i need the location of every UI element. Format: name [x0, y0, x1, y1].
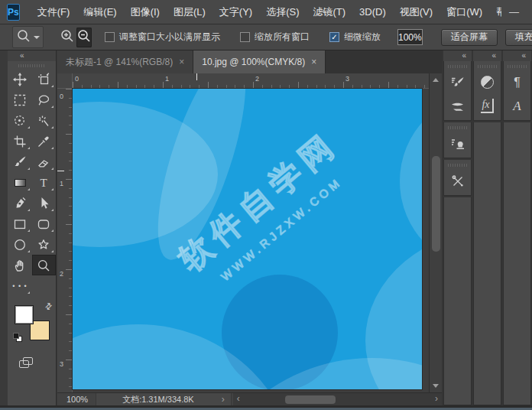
toolbar-collapse-button[interactable]: « [8, 50, 56, 61]
pen-tool[interactable] [8, 193, 32, 213]
panel-grip[interactable] [448, 63, 467, 69]
quick-selection-tool[interactable] [8, 110, 32, 131]
adjustments-panel-icon[interactable] [474, 70, 501, 94]
cursor-position-marker [57, 171, 64, 171]
foreground-color-swatch[interactable] [15, 305, 34, 324]
vertical-scrollbar-thumb[interactable] [432, 156, 440, 252]
maximize-button[interactable] [527, 1, 532, 24]
horizontal-scrollbar-thumb[interactable] [285, 395, 336, 404]
fit-screen-button[interactable]: 适合屏幕 [441, 29, 498, 46]
scroll-right-icon[interactable]: › [435, 393, 438, 405]
screen-mode-button[interactable] [19, 357, 34, 371]
collapse-panels-button[interactable]: « [443, 50, 472, 61]
minimize-button[interactable]: — [501, 1, 527, 24]
menu-filter[interactable]: 滤镜(T) [307, 0, 353, 24]
tool-presets-panel-icon[interactable] [444, 169, 471, 193]
brush-presets-panel-icon[interactable] [444, 94, 471, 118]
character-icon: A [513, 99, 521, 114]
menu-layer[interactable]: 图层(L) [167, 0, 212, 24]
direct-selection-tool[interactable] [32, 193, 56, 213]
panel-grip[interactable] [448, 162, 467, 168]
toolbar-grip[interactable] [18, 63, 46, 68]
checkbox-icon[interactable] [240, 32, 250, 42]
magic-wand-tool[interactable] [32, 110, 56, 131]
horizontal-scrollbar[interactable]: ‹ › [233, 393, 442, 405]
move-tool[interactable] [8, 69, 32, 89]
collapse-icon: « [491, 51, 497, 60]
zoom-level-input[interactable]: 100% [397, 29, 423, 45]
eraser-tool[interactable] [32, 151, 56, 172]
canvas[interactable]: 软件自学网 WWW.RJZXW.COM [73, 89, 422, 389]
zoom-out-button[interactable] [76, 28, 92, 47]
scroll-down-icon[interactable] [433, 384, 439, 388]
clone-source-panel-icon[interactable] [444, 132, 471, 155]
hand-tool[interactable] [8, 255, 32, 275]
collapse-icon: « [20, 51, 25, 60]
window-bottom-edge [0, 405, 532, 410]
gradient-tool[interactable] [8, 172, 32, 193]
options-bar: 调整窗口大小以满屏显示 缩放所有窗口 ✓ 细微缩放 100% 适合屏幕 填充屏幕 [0, 24, 532, 50]
panel-grip[interactable] [448, 125, 467, 130]
rounded-rectangle-tool[interactable] [32, 213, 56, 234]
tab-untitled-1[interactable]: 未标题-1 @ 141%(RGB/8) × [57, 50, 193, 73]
close-tab-icon[interactable]: × [311, 57, 316, 67]
menu-view[interactable]: 视图(V) [393, 0, 440, 24]
eyedropper-tool[interactable] [32, 131, 56, 151]
lasso-tool[interactable] [32, 89, 56, 110]
zoom-in-button[interactable] [60, 28, 75, 47]
menu-window[interactable]: 窗口(W) [440, 0, 489, 24]
zoom-tool-preset-button[interactable] [12, 26, 44, 48]
close-tab-icon[interactable]: × [179, 57, 184, 67]
panel-group [443, 122, 472, 158]
resize-windows-checkbox[interactable]: 调整窗口大小以满屏显示 [105, 31, 220, 44]
panel-group [443, 61, 472, 121]
vertical-scrollbar[interactable] [429, 73, 442, 392]
chevron-down-icon [34, 36, 40, 39]
menu-select[interactable]: 选择(S) [259, 0, 306, 24]
scroll-left-icon[interactable]: ‹ [237, 393, 240, 405]
menu-3d[interactable]: 3D(D) [352, 0, 393, 24]
menu-image[interactable]: 图像(I) [124, 0, 167, 24]
checkbox-checked-icon[interactable]: ✓ [329, 32, 339, 42]
default-colors-icon[interactable] [13, 333, 22, 342]
zoom-all-windows-checkbox[interactable]: 缩放所有窗口 [240, 31, 310, 44]
styles-panel-icon[interactable]: fx [474, 94, 501, 118]
menu-type[interactable]: 文字(Y) [212, 0, 259, 24]
fill-screen-button[interactable]: 填充屏幕 [505, 29, 532, 46]
artboard-tool[interactable] [32, 69, 56, 89]
character-panel-icon[interactable]: A [504, 94, 530, 118]
dock-empty-area [443, 197, 472, 405]
zoom-in-icon [60, 28, 75, 46]
scrubby-zoom-checkbox[interactable]: ✓ 细微缩放 [329, 31, 381, 44]
tool-panel-inner: « T [8, 50, 57, 405]
brush-settings-panel-icon[interactable] [444, 70, 471, 94]
scroll-up-icon[interactable] [433, 78, 439, 82]
brush-tool[interactable] [8, 151, 32, 172]
custom-shape-tool[interactable] [32, 234, 56, 255]
menu-edit[interactable]: 编辑(E) [76, 0, 123, 24]
zoom-tool[interactable] [32, 255, 56, 275]
swap-colors-icon[interactable]: ⇄ [43, 301, 55, 313]
status-zoom-level[interactable]: 100% [57, 395, 96, 404]
collapse-panels-button[interactable]: « [503, 50, 531, 61]
ellipse-tool[interactable] [8, 234, 32, 255]
horizontal-ruler: 0 1 2 3 [73, 73, 429, 89]
tab-10jpg[interactable]: 10.jpg @ 100%(CMYK/8) × [193, 50, 326, 73]
rectangle-tool[interactable] [8, 213, 32, 234]
ruler-corner[interactable] [57, 73, 73, 89]
collapse-panels-button[interactable]: « [473, 50, 501, 61]
panel-grip[interactable] [508, 63, 527, 69]
checkbox-icon[interactable] [105, 32, 115, 42]
rectangular-marquee-tool[interactable] [8, 89, 32, 110]
status-menu-chevron-icon[interactable]: › [222, 394, 225, 405]
panel-grip[interactable] [478, 63, 497, 69]
edit-toolbar-button[interactable]: • • • [8, 275, 32, 296]
crop-tool[interactable] [8, 131, 32, 151]
paragraph-panel-icon[interactable]: ¶ [504, 70, 530, 94]
type-tool[interactable]: T [32, 172, 56, 193]
document-info[interactable]: 文档:1.31M/334.8K › [96, 393, 232, 405]
menu-help-clipped[interactable]: 帮助(H) [489, 0, 501, 24]
ruler-number: 0 [60, 93, 63, 100]
menu-file[interactable]: 文件(F) [31, 0, 77, 24]
window-controls: — ✕ [501, 0, 532, 24]
